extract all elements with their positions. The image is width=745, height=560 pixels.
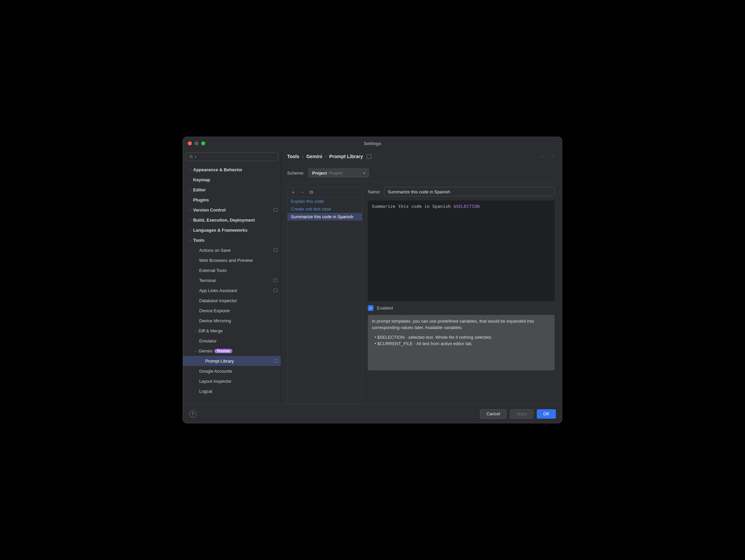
chevron-down-icon: ▾ [195, 155, 196, 159]
breadcrumb-l3: Prompt Library [329, 154, 363, 159]
traffic-lights [188, 141, 205, 145]
close-window-icon[interactable] [188, 141, 192, 145]
sidebar-item-languages[interactable]: Languages & Frameworks [183, 225, 281, 235]
footer: ? Cancel Apply OK [183, 404, 562, 423]
breadcrumb-l2[interactable]: Gemini [306, 154, 322, 159]
breadcrumb: Tools › Gemini › Prompt Library ← → [287, 154, 555, 159]
remove-prompt-icon[interactable]: － [300, 189, 305, 195]
main-panel: Tools › Gemini › Prompt Library ← → Sche… [281, 150, 562, 404]
sidebar-item-database-inspector[interactable]: Database Inspector [183, 295, 281, 305]
project-scope-icon [273, 289, 278, 292]
enabled-checkbox[interactable]: ✓ [368, 305, 374, 311]
name-label: Name: [368, 189, 381, 194]
sidebar-item-device-explorer[interactable]: Device Explorer [183, 305, 281, 316]
chevron-right-icon: › [302, 154, 304, 159]
sidebar-item-editor[interactable]: Editor [183, 185, 281, 195]
sidebar-item-appearance[interactable]: Appearance & Behavior [183, 165, 281, 174]
prompt-name-input[interactable] [384, 187, 555, 196]
project-scope-icon [273, 208, 278, 211]
forward-arrow-icon[interactable]: → [550, 154, 555, 159]
project-scope-icon [273, 249, 278, 252]
sidebar-item-build[interactable]: Build, Execution, Deployment [183, 215, 281, 225]
chevron-right-icon: › [325, 154, 326, 159]
project-scope-icon [273, 279, 278, 282]
scheme-label: Scheme: [287, 170, 304, 175]
svg-line-1 [192, 158, 193, 159]
sidebar-item-emulator[interactable]: Emulator [183, 336, 281, 346]
chevron-down-icon: ▾ [363, 171, 365, 175]
zoom-window-icon[interactable] [201, 141, 205, 145]
prompt-item[interactable]: Create unit test case [288, 205, 362, 213]
sidebar-item-tools[interactable]: Tools [183, 235, 281, 245]
svg-point-0 [190, 156, 192, 158]
prompt-item[interactable]: Summarize this code in Spanish [288, 213, 362, 221]
cancel-button[interactable]: Cancel [480, 409, 506, 419]
minimize-window-icon[interactable] [194, 141, 198, 145]
window-title: Settings [364, 141, 381, 146]
sidebar-item-plugins[interactable]: Plugins [183, 195, 281, 205]
prompt-editor[interactable]: Summarize this code in Spanish $SELECTIO… [368, 200, 555, 301]
sidebar-item-web-browsers[interactable]: Web Browsers and Preview [183, 255, 281, 265]
breadcrumb-l1[interactable]: Tools [287, 154, 299, 159]
settings-window: Settings ▾ Appearance & Behavior Keymap … [183, 137, 562, 423]
prompt-detail: Name: Summarize this code in Spanish $SE… [368, 187, 555, 404]
help-icon[interactable]: ? [189, 410, 196, 418]
project-scope-icon [273, 359, 278, 363]
sidebar: ▾ Appearance & Behavior Keymap Editor Pl… [183, 150, 281, 404]
titlebar: Settings [183, 137, 562, 150]
sidebar-item-app-links[interactable]: App Links Assistant [183, 285, 281, 295]
back-arrow-icon[interactable]: ← [541, 154, 545, 159]
sidebar-item-actions-on-save[interactable]: Actions on Save [183, 245, 281, 255]
sidebar-item-device-mirroring[interactable]: Device Mirroring [183, 316, 281, 326]
sidebar-item-diff-merge[interactable]: Diff & Merge [183, 326, 281, 336]
prompt-item[interactable]: Explain this code [288, 197, 362, 205]
sidebar-item-keymap[interactable]: Keymap [183, 174, 281, 185]
scheme-select[interactable]: Project Project ▾ [309, 168, 369, 177]
sidebar-item-prompt-library[interactable]: Prompt Library [183, 356, 281, 366]
apply-button[interactable]: Apply [510, 409, 534, 419]
search-input[interactable]: ▾ [186, 153, 278, 161]
sidebar-item-logcat[interactable]: Logcat [183, 386, 281, 396]
preview-badge: Preview [214, 349, 232, 353]
ok-button[interactable]: OK [537, 409, 556, 419]
variable-token: $SELECTION [453, 204, 480, 209]
sidebar-item-external-tools[interactable]: External Tools [183, 265, 281, 275]
sidebar-item-terminal[interactable]: Terminal [183, 275, 281, 285]
copy-prompt-icon[interactable]: ⧉ [310, 189, 313, 195]
settings-tree: Appearance & Behavior Keymap Editor Plug… [183, 165, 281, 404]
prompt-list: ＋ － ⧉ Explain this code Create unit test… [287, 187, 362, 404]
sidebar-item-layout-inspector[interactable]: Layout Inspector [183, 376, 281, 386]
add-prompt-icon[interactable]: ＋ [291, 189, 296, 195]
enabled-label: Enabled [377, 305, 393, 310]
sidebar-item-gemini[interactable]: GeminiPreview [183, 346, 281, 356]
sidebar-item-google-accounts[interactable]: Google Accounts [183, 366, 281, 376]
project-scope-icon [367, 154, 371, 159]
help-box: In prompt templates, you can use predefi… [368, 315, 555, 370]
search-icon [189, 155, 193, 159]
sidebar-item-version-control[interactable]: Version Control [183, 205, 281, 215]
